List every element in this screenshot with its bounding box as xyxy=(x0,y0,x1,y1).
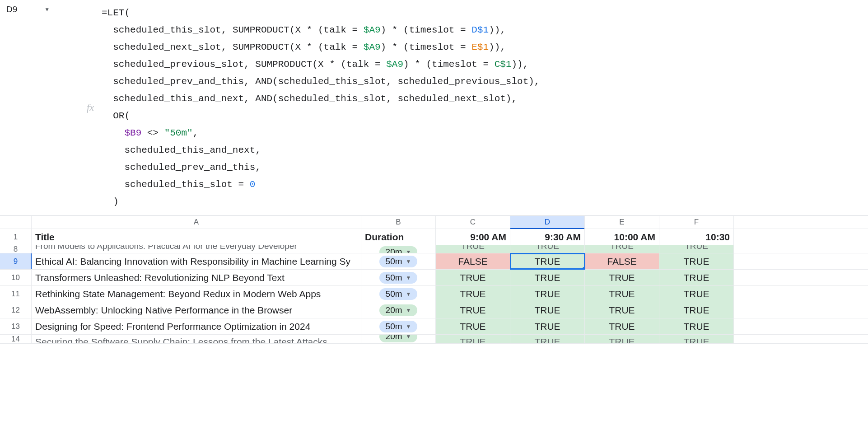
formula-token: * ( xyxy=(301,25,323,35)
bool-cell[interactable]: TRUE xyxy=(585,318,659,334)
formula-token: , xyxy=(386,93,397,104)
formula-token: AND xyxy=(255,76,272,87)
column-header-c[interactable]: C xyxy=(436,216,510,229)
title-cell[interactable]: WebAssembly: Unlocking Native Performanc… xyxy=(32,302,361,318)
select-all-corner[interactable] xyxy=(0,216,32,229)
chevron-down-icon: ▼ xyxy=(44,6,50,13)
header-time[interactable]: 10:00 AM xyxy=(585,229,659,245)
duration-cell[interactable]: 20m▼ xyxy=(361,335,436,343)
bool-cell[interactable]: TRUE xyxy=(436,302,510,318)
column-header-f[interactable]: F xyxy=(659,216,734,229)
header-title[interactable]: Title xyxy=(32,229,361,245)
header-time[interactable]: 9:30 AM xyxy=(510,229,585,245)
formula-input[interactable]: =LET( scheduled_this_slot, SUMPRODUCT(X … xyxy=(102,0,868,215)
bool-cell[interactable]: TRUE xyxy=(436,245,510,253)
bool-cell[interactable]: FALSE xyxy=(585,253,659,269)
duration-pill[interactable]: 50m▼ xyxy=(379,256,418,267)
bool-cell[interactable]: TRUE xyxy=(436,286,510,302)
formula-token: scheduled_next_slot xyxy=(113,42,221,52)
pill-text: 50m xyxy=(386,257,402,266)
formula-token: timeslot xyxy=(409,25,455,35)
table-row-clipped: 8From Models to Applications: Practical … xyxy=(0,245,868,253)
chevron-down-icon: ▼ xyxy=(406,291,411,297)
duration-cell[interactable]: 50m▼ xyxy=(361,253,436,269)
row-header[interactable]: 9 xyxy=(0,253,32,269)
title-cell[interactable]: Securing the Software Supply Chain: Less… xyxy=(32,335,361,343)
title-cell[interactable]: Rethinking State Management: Beyond Redu… xyxy=(32,286,361,302)
formula-token: ) * ( xyxy=(381,25,409,35)
duration-cell[interactable]: 20m▼ xyxy=(361,245,436,253)
pill-text: 20m xyxy=(386,335,402,341)
bool-cell[interactable]: TRUE xyxy=(659,253,734,269)
formula-token: = xyxy=(369,59,386,70)
formula-token: ), xyxy=(528,76,540,87)
duration-pill[interactable]: 50m▼ xyxy=(379,321,418,332)
row-header[interactable]: 12 xyxy=(0,302,32,318)
formula-token: = xyxy=(233,179,250,190)
column-header-b[interactable]: B xyxy=(361,216,436,229)
bool-cell[interactable]: TRUE xyxy=(659,318,734,334)
formula-token: SUMPRODUCT xyxy=(255,59,312,70)
column-header-d[interactable]: D xyxy=(510,216,585,229)
formula-token: ( xyxy=(289,25,295,35)
duration-pill[interactable]: 50m▼ xyxy=(379,288,418,300)
duration-cell[interactable]: 50m▼ xyxy=(361,286,436,302)
bool-cell[interactable]: TRUE xyxy=(659,286,734,302)
formula-token: ), xyxy=(506,93,517,104)
bool-cell[interactable]: TRUE xyxy=(659,302,734,318)
duration-pill[interactable]: 20m▼ xyxy=(379,246,418,253)
bool-cell[interactable]: TRUE xyxy=(510,270,585,285)
chevron-down-icon: ▼ xyxy=(406,249,411,253)
duration-cell[interactable]: 50m▼ xyxy=(361,270,436,285)
name-box-wrap: D9 ▼ xyxy=(0,0,79,215)
bool-cell[interactable]: TRUE xyxy=(436,318,510,334)
bool-cell[interactable]: TRUE xyxy=(510,286,585,302)
bool-cell[interactable]: TRUE xyxy=(585,286,659,302)
duration-cell[interactable]: 50m▼ xyxy=(361,318,436,334)
bool-cell[interactable]: FALSE xyxy=(436,253,510,269)
bool-cell[interactable]: TRUE xyxy=(659,270,734,285)
bool-cell[interactable]: TRUE xyxy=(510,335,585,343)
row-header[interactable]: 1 xyxy=(0,229,32,245)
name-box[interactable]: D9 ▼ xyxy=(6,5,50,14)
formula-token: scheduled_next_slot xyxy=(397,93,505,104)
chevron-down-icon: ▼ xyxy=(406,275,411,281)
column-header-e[interactable]: E xyxy=(585,216,659,229)
bool-cell[interactable]: TRUE xyxy=(585,270,659,285)
formula-line: scheduled_prev_and_this, xyxy=(102,159,868,176)
bool-cell[interactable]: TRUE xyxy=(510,302,585,318)
bool-cell[interactable]: TRUE xyxy=(510,318,585,334)
bool-cell[interactable]: TRUE xyxy=(585,302,659,318)
formula-token: SUMPRODUCT xyxy=(233,42,289,52)
duration-cell[interactable]: 20m▼ xyxy=(361,302,436,318)
formula-token: <> xyxy=(141,128,164,138)
pill-text: 50m xyxy=(386,273,402,283)
spreadsheet-grid: ABCDEF 1TitleDuration9:00 AM9:30 AM10:00… xyxy=(0,215,868,344)
column-header-a[interactable]: A xyxy=(32,216,361,229)
bool-cell[interactable]: TRUE xyxy=(436,270,510,285)
header-time[interactable]: 9:00 AM xyxy=(436,229,510,245)
formula-token: scheduled_this_slot xyxy=(113,25,221,35)
duration-pill[interactable]: 50m▼ xyxy=(379,272,418,284)
bool-cell[interactable]: TRUE xyxy=(585,335,659,343)
formula-line: ) xyxy=(102,193,868,210)
row-header[interactable]: 11 xyxy=(0,286,32,302)
bool-cell[interactable]: TRUE xyxy=(585,245,659,253)
row-header[interactable]: 8 xyxy=(0,245,32,253)
bool-cell[interactable]: TRUE xyxy=(659,335,734,343)
bool-cell[interactable]: TRUE xyxy=(436,335,510,343)
title-cell[interactable]: Transformers Unleashed: Revolutionizing … xyxy=(32,270,361,285)
row-header[interactable]: 13 xyxy=(0,318,32,334)
title-cell[interactable]: From Models to Applications: Practical A… xyxy=(32,245,361,253)
duration-pill[interactable]: 20m▼ xyxy=(379,304,418,316)
bool-cell[interactable]: TRUE xyxy=(659,245,734,253)
row-header[interactable]: 10 xyxy=(0,270,32,285)
bool-cell[interactable]: TRUE xyxy=(510,245,585,253)
title-cell[interactable]: Ethical AI: Balancing Innovation with Re… xyxy=(32,253,361,269)
bool-cell[interactable]: TRUE xyxy=(510,253,585,269)
title-cell[interactable]: Designing for Speed: Frontend Performanc… xyxy=(32,318,361,334)
header-time[interactable]: 10:30 xyxy=(659,229,734,245)
row-header[interactable]: 14 xyxy=(0,335,32,343)
header-duration[interactable]: Duration xyxy=(361,229,436,245)
duration-pill[interactable]: 20m▼ xyxy=(379,335,418,342)
